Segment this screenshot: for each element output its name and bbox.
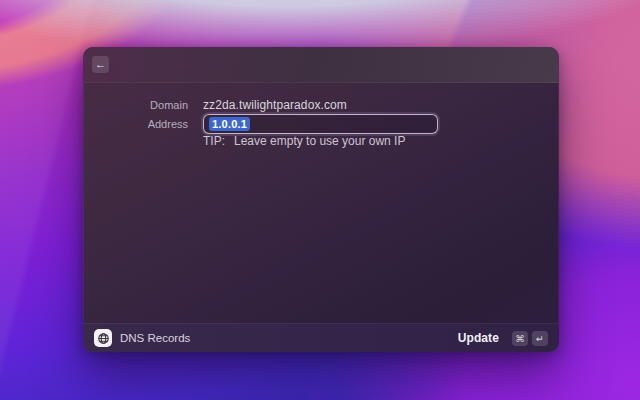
back-button[interactable]: ← <box>92 56 109 73</box>
address-input[interactable]: 1.0.0.1 <box>203 114 438 134</box>
tip-label: TIP: <box>203 134 225 148</box>
window-footer: DNS Records Update ⌘ ↵ <box>83 323 559 352</box>
record-form: Domain zz2da.twilightparadox.com Address… <box>83 83 559 323</box>
command-key-icon: ⌘ <box>512 331 528 346</box>
footer-app-group: DNS Records <box>94 329 190 347</box>
tip-text: TIP: Leave empty to use your own IP <box>203 134 405 148</box>
address-input-selected-text: 1.0.0.1 <box>209 117 250 131</box>
tip-message: Leave empty to use your own IP <box>234 134 405 148</box>
back-arrow-icon: ← <box>95 58 106 70</box>
return-key-icon: ↵ <box>532 331 548 346</box>
window-titlebar: ← <box>83 47 559 83</box>
domain-row: Domain zz2da.twilightparadox.com <box>83 96 559 114</box>
footer-app-label: DNS Records <box>120 332 190 344</box>
address-label: Address <box>83 118 188 130</box>
domain-label: Domain <box>83 99 188 111</box>
dns-records-app-badge <box>94 329 112 347</box>
domain-value: zz2da.twilightparadox.com <box>203 98 347 112</box>
dns-record-window: ← Domain zz2da.twilightparadox.com Addre… <box>83 47 559 352</box>
footer-action-group: Update ⌘ ↵ <box>458 331 548 346</box>
tip-row: TIP: Leave empty to use your own IP <box>83 134 559 148</box>
update-button[interactable]: Update <box>458 331 499 345</box>
globe-icon <box>97 332 110 345</box>
address-row: Address 1.0.0.1 <box>83 114 559 134</box>
